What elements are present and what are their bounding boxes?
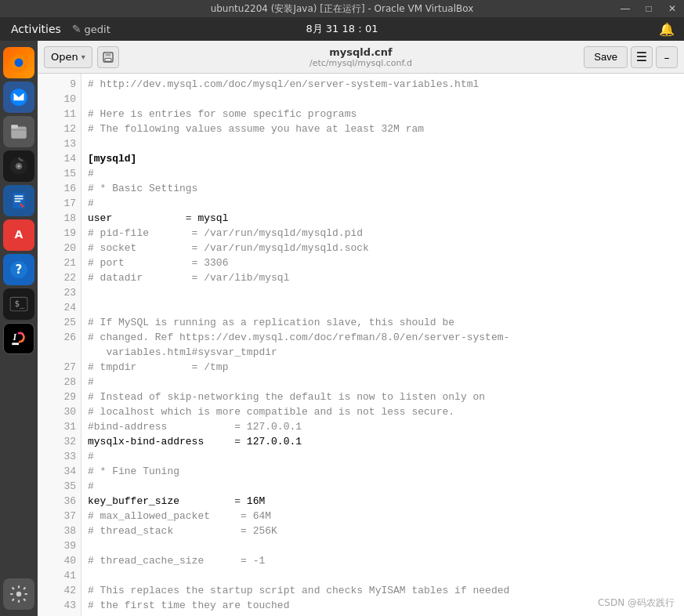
svg-rect-9 [15, 196, 24, 197]
activities-button[interactable]: Activities [6, 21, 66, 37]
save-button[interactable]: Save [584, 46, 628, 68]
gedit-title-center: mysqld.cnf /etc/mysql/mysql.conf.d [309, 46, 412, 68]
svg-rect-10 [15, 198, 24, 200]
taskbar-clock: 8月 31 18：01 [306, 22, 378, 36]
dock-terminal[interactable]: $_ [3, 288, 34, 320]
menu-icon: ☰ [636, 49, 647, 64]
watermark: CSDN @码农践行 [598, 596, 675, 610]
gedit-header-right: Save ☰ – [584, 46, 678, 68]
svg-rect-23 [105, 53, 110, 56]
svg-point-21 [16, 592, 22, 597]
svg-point-7 [17, 165, 20, 167]
svg-rect-3 [11, 127, 27, 139]
open-dropdown-arrow: ▾ [81, 53, 85, 61]
dock-appstore[interactable]: A [3, 219, 34, 251]
svg-rect-24 [105, 58, 111, 61]
gedit-filename: mysqld.cnf [309, 46, 412, 58]
svg-text:A: A [15, 228, 24, 241]
dock: A ? $_ I [0, 41, 38, 616]
dock-thunderbird[interactable] [3, 82, 34, 113]
dock-music[interactable] [3, 150, 34, 182]
svg-text:?: ? [16, 263, 23, 277]
svg-point-2 [10, 89, 27, 106]
svg-text:$_: $_ [15, 299, 26, 309]
svg-text:I: I [12, 332, 16, 342]
svg-rect-19 [12, 342, 19, 345]
title-bar: ubuntu2204 (安装Java) [正在运行] - Oracle VM V… [0, 0, 684, 17]
notification-icon[interactable]: 🔔 [659, 22, 675, 37]
close-gedit-icon: – [664, 51, 670, 63]
dock-files[interactable] [3, 116, 34, 147]
editor-area[interactable]: 9 10 11 12 13 14 15 16 17 18 19 20 21 22… [38, 74, 684, 616]
code-content[interactable]: # http://dev.mysql.com/doc/mysql/en/serv… [81, 74, 684, 616]
dock-firefox[interactable] [3, 47, 34, 78]
close-button[interactable]: ✕ [660, 0, 684, 17]
gedit-header: Open ▾ mysqld.cnf /etc/mysql/mysql.conf.… [38, 41, 684, 74]
line-numbers: 9 10 11 12 13 14 15 16 17 18 19 20 21 22… [38, 74, 81, 616]
menu-button[interactable]: ☰ [631, 46, 653, 68]
dock-writer[interactable] [3, 185, 34, 216]
open-label: Open [51, 51, 78, 63]
dock-help[interactable]: ? [3, 254, 34, 285]
svg-rect-11 [15, 201, 21, 202]
dock-intellij[interactable]: I [3, 323, 34, 354]
minimize-button[interactable]: — [613, 0, 637, 17]
window-controls: — □ ✕ [613, 0, 684, 17]
gedit-taskbar-button[interactable]: ✎ gedit [72, 23, 110, 35]
open-button[interactable]: Open ▾ [44, 46, 92, 68]
gedit-window: Open ▾ mysqld.cnf /etc/mysql/mysql.conf.… [38, 41, 684, 616]
gedit-label: gedit [85, 24, 110, 35]
window-title: ubuntu2204 (安装Java) [正在运行] - Oracle VM V… [211, 2, 474, 16]
save-icon-button[interactable] [97, 46, 119, 68]
svg-point-1 [15, 59, 24, 67]
svg-rect-4 [11, 125, 18, 128]
gedit-filepath: /etc/mysql/mysql.conf.d [309, 58, 412, 68]
dock-settings[interactable] [3, 578, 34, 610]
gedit-icon: ✎ [72, 23, 81, 35]
save-icon [102, 51, 114, 63]
taskbar: Activities ✎ gedit 8月 31 18：01 🔔 [0, 17, 684, 41]
close-gedit-button[interactable]: – [656, 46, 678, 68]
restore-button[interactable]: □ [637, 0, 660, 17]
